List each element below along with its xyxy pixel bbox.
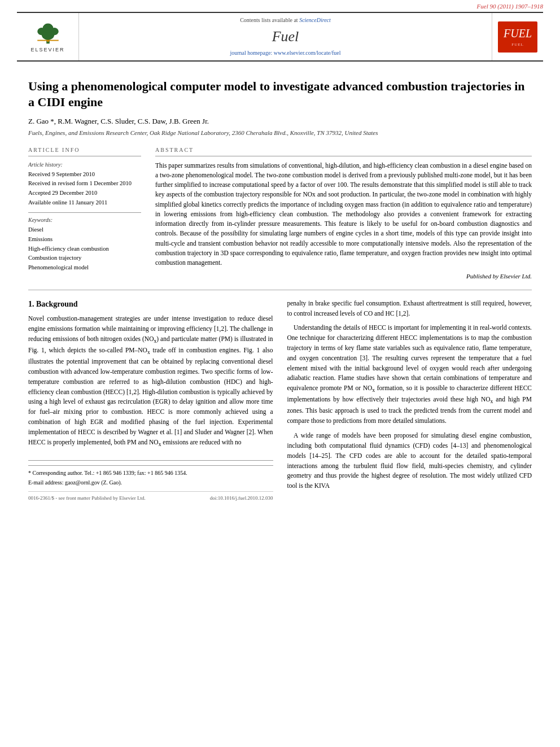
keyword-3: High-efficiency clean combustion (28, 245, 141, 254)
journal-center-banner: Contents lists available at ScienceDirec… (79, 13, 492, 60)
elsevier-logo: ELSEVIER (30, 20, 64, 54)
received-date: Received 9 September 2010 (28, 171, 141, 179)
article-info-header: ARTICLE INFO (28, 146, 141, 156)
corresponding-author-note: * Corresponding author. Tel.: +1 865 946… (28, 469, 273, 477)
email-note: E-mail address: gaoz@ornl.gov (Z. Gao). (28, 479, 273, 487)
svg-rect-6 (37, 40, 59, 41)
journal-banner: ELSEVIER Contents lists available at Sci… (17, 12, 543, 61)
journal-homepage: journal homepage: www.elsevier.com/locat… (85, 49, 486, 57)
contents-available-line: Contents lists available at ScienceDirec… (85, 16, 486, 24)
section1-text: Novel combustion-management strategies a… (28, 314, 273, 449)
keywords-section: Keywords: Diesel Emissions High-efficien… (28, 212, 141, 272)
body-left-col: 1. Background Novel combustion-managemen… (28, 299, 273, 502)
abstract-col: ABSTRACT This paper summarizes results f… (155, 146, 532, 281)
fuel-logo-text: FUEL (504, 25, 532, 41)
fuel-logo-box: FUEL FUEL (498, 21, 537, 53)
fuel-logo-area: FUEL FUEL (492, 13, 543, 60)
keyword-5: Phenomenological model (28, 264, 141, 272)
journal-ref: Fuel 90 (2011) 1907–1918 (0, 0, 560, 12)
copyright-text: 0016-2361/$ - see front matter Published… (28, 495, 146, 502)
section-divider (28, 290, 532, 290)
abstract-header: ABSTRACT (155, 146, 532, 156)
body-right-col: penalty in brake specific fuel consumpti… (287, 299, 532, 502)
doi-text: doi:10.1016/j.fuel.2010.12.030 (210, 495, 273, 502)
fuel-logo-subtitle: FUEL (511, 42, 524, 48)
body-right-text: penalty in brake specific fuel consumpti… (287, 299, 532, 491)
keyword-4: Combustion trajectory (28, 254, 141, 263)
sciencedirect-link[interactable]: ScienceDirect (299, 17, 331, 23)
authors: Z. Gao *, R.M. Wagner, C.S. Sluder, C.S.… (28, 116, 532, 126)
footnote-divider (28, 465, 273, 466)
keyword-2: Emissions (28, 235, 141, 244)
footnote-area: * Corresponding author. Tel.: +1 865 946… (28, 460, 273, 487)
article-title: Using a phenomenological computer model … (28, 78, 532, 111)
main-content: Using a phenomenological computer model … (0, 62, 560, 513)
journal-title: Fuel (85, 27, 486, 47)
article-history-label: Article history: (28, 161, 141, 169)
published-line: Published by Elsevier Ltd. (155, 272, 532, 281)
keyword-1: Diesel (28, 226, 141, 234)
elsevier-logo-area: ELSEVIER (17, 13, 79, 60)
online-date: Available online 11 January 2011 (28, 199, 141, 207)
article-info-col: ARTICLE INFO Article history: Received 9… (28, 146, 141, 281)
abstract-text: This paper summarizes results from simul… (155, 161, 532, 268)
section1-title: 1. Background (28, 299, 273, 310)
elsevier-wordmark: ELSEVIER (30, 46, 64, 54)
copyright-bar: 0016-2361/$ - see front matter Published… (28, 491, 273, 502)
revised-date: Received in revised form 1 December 2010 (28, 180, 141, 188)
svg-point-4 (42, 24, 53, 33)
affiliation: Fuels, Engines, and Emissions Research C… (28, 129, 532, 137)
keywords-label: Keywords: (28, 216, 141, 224)
elsevier-tree-icon (31, 20, 65, 45)
accepted-date: Accepted 29 December 2010 (28, 189, 141, 198)
body-section: 1. Background Novel combustion-managemen… (28, 299, 532, 502)
article-info-abstract-section: ARTICLE INFO Article history: Received 9… (28, 146, 532, 281)
